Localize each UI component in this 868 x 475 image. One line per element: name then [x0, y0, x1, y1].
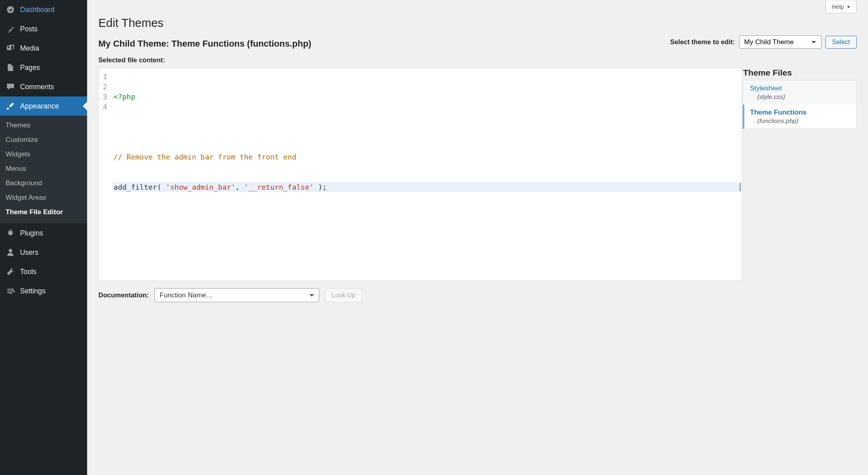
- sidebar-label: Posts: [20, 25, 38, 33]
- admin-sidebar: Dashboard Posts Media Pages Comments App…: [0, 0, 87, 475]
- page-title: Edit Themes: [98, 16, 857, 30]
- brush-icon: [6, 101, 15, 111]
- selected-file-label: Selected file content:: [98, 56, 857, 64]
- sliders-icon: [6, 286, 15, 296]
- sidebar-label: Appearance: [20, 102, 59, 111]
- line-gutter: 1 2 3 4: [99, 68, 110, 280]
- sidebar-item-dashboard[interactable]: Dashboard: [0, 0, 87, 19]
- sidebar-item-users[interactable]: Users: [0, 243, 87, 262]
- pin-icon: [6, 24, 15, 34]
- sidebar-label: Media: [20, 44, 39, 53]
- plug-icon: [6, 228, 15, 238]
- file-name: (style.css): [757, 93, 851, 100]
- help-tab[interactable]: Help ▼: [825, 1, 857, 13]
- theme-select-row: Select theme to edit: My Child Theme Sel…: [670, 35, 857, 49]
- sidebar-sub-theme-file-editor[interactable]: Theme File Editor: [0, 205, 87, 219]
- documentation-row: Documentation: Function Name… Look Up: [98, 288, 857, 302]
- sidebar-item-tools[interactable]: Tools: [0, 262, 87, 281]
- sidebar-item-posts[interactable]: Posts: [0, 19, 87, 39]
- sidebar-label: Tools: [20, 268, 37, 276]
- gauge-icon: [6, 5, 15, 14]
- file-link[interactable]: Stylesheet: [750, 84, 782, 92]
- chevron-down-icon: ▼: [846, 4, 851, 9]
- sidebar-sub-widgets[interactable]: Widgets: [0, 147, 87, 162]
- sidebar-sub-customize[interactable]: Customize: [0, 133, 87, 147]
- theme-select[interactable]: My Child Theme: [739, 35, 821, 49]
- theme-files-panel: Theme Files Stylesheet (style.css) Theme…: [742, 68, 857, 281]
- theme-file-stylesheet[interactable]: Stylesheet (style.css): [743, 80, 856, 104]
- documentation-select[interactable]: Function Name…: [155, 288, 319, 302]
- sidebar-sub-widget-areas[interactable]: Widget Areas: [0, 190, 87, 205]
- help-label: Help: [831, 3, 844, 10]
- code-area[interactable]: <?php // Remove the admin bar from the f…: [110, 68, 742, 280]
- sidebar-sub-background[interactable]: Background: [0, 176, 87, 190]
- user-icon: [6, 248, 15, 257]
- pages-icon: [6, 63, 15, 72]
- file-link[interactable]: Theme Functions: [750, 109, 807, 116]
- appearance-submenu: Themes Customize Widgets Menus Backgroun…: [0, 116, 87, 223]
- main-content: Help ▼ Edit Themes Select theme to edit:…: [87, 0, 868, 475]
- sidebar-label: Plugins: [20, 229, 43, 238]
- sidebar-item-appearance[interactable]: Appearance: [0, 96, 87, 116]
- sidebar-item-media[interactable]: Media: [0, 39, 87, 58]
- chat-icon: [6, 82, 15, 92]
- sidebar-label: Users: [20, 248, 39, 257]
- theme-files-title: Theme Files: [742, 68, 857, 80]
- sidebar-label: Comments: [20, 83, 54, 91]
- wrench-icon: [6, 267, 15, 276]
- theme-file-functions[interactable]: Theme Functions (functions.php): [743, 104, 856, 129]
- code-editor[interactable]: 1 2 3 4 <?php // Remove the admin bar fr…: [98, 68, 742, 281]
- select-button[interactable]: Select: [825, 36, 857, 49]
- theme-select-label: Select theme to edit:: [670, 38, 735, 46]
- sidebar-item-settings[interactable]: Settings: [0, 281, 87, 301]
- sidebar-sub-menus[interactable]: Menus: [0, 162, 87, 176]
- sidebar-label: Dashboard: [20, 6, 55, 14]
- lookup-button[interactable]: Look Up: [325, 289, 363, 302]
- sidebar-label: Pages: [20, 63, 40, 72]
- sidebar-item-pages[interactable]: Pages: [0, 58, 87, 77]
- sidebar-item-comments[interactable]: Comments: [0, 77, 87, 96]
- documentation-label: Documentation:: [98, 291, 149, 299]
- sidebar-label: Settings: [20, 287, 45, 295]
- sidebar-item-plugins[interactable]: Plugins: [0, 223, 87, 243]
- media-icon: [6, 43, 15, 53]
- file-name: (functions.php): [757, 117, 851, 125]
- sidebar-sub-themes[interactable]: Themes: [0, 118, 87, 133]
